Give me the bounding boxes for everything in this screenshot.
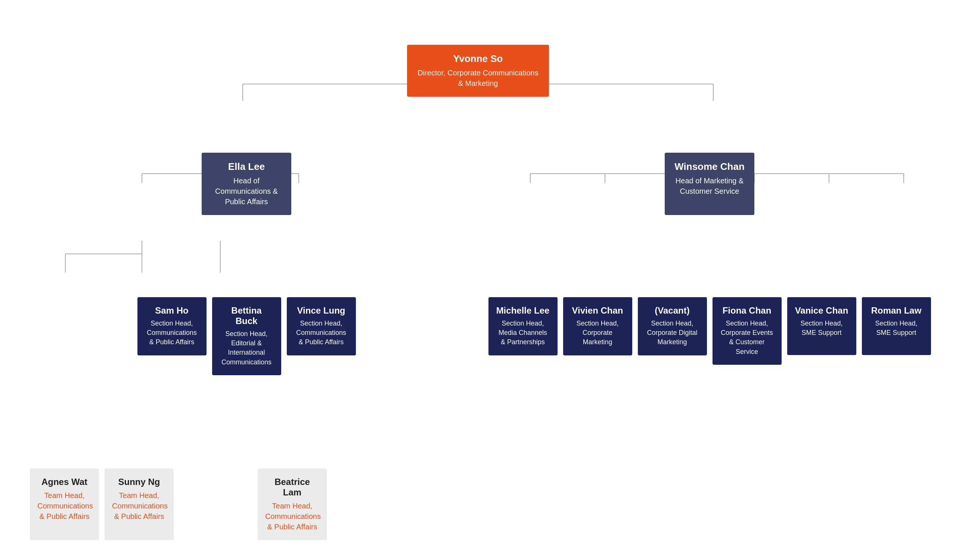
vivien-title: Section Head, Corporate Marketing (571, 319, 625, 347)
bettina-buck-node: Bettina Buck Section Head, Editorial & I… (212, 297, 281, 375)
samho-name: Sam Ho (145, 305, 199, 316)
vanice-title: Section Head, SME Support (795, 319, 849, 337)
bettina-name: Bettina Buck (220, 305, 274, 326)
bettina-title: Section Head, Editorial & International … (220, 329, 274, 367)
roman-name: Roman Law (870, 305, 923, 316)
winsome-chan-node: Winsome Chan Head of Marketing & Custome… (665, 153, 754, 215)
fiona-title: Section Head, Corporate Events & Custome… (720, 319, 774, 356)
ella-lee-node: Ella Lee Head of Communications & Public… (202, 153, 291, 215)
root-name: Yvonne So (415, 53, 541, 64)
beatrice-name: Beatrice Lam (265, 477, 319, 498)
sunny-name: Sunny Ng (112, 477, 166, 487)
michelle-lee-node: Michelle Lee Section Head, Media Channel… (489, 297, 558, 355)
vince-title: Section Head, Communications & Public Af… (294, 319, 348, 347)
roman-title: Section Head, SME Support (870, 319, 923, 337)
vivien-chan-node: Vivien Chan Section Head, Corporate Mark… (563, 297, 632, 355)
agnes-name: Agnes Wat (37, 477, 91, 487)
ella-name: Ella Lee (209, 161, 284, 173)
root-title: Director, Corporate Communications & Mar… (415, 67, 541, 88)
winsome-name: Winsome Chan (672, 161, 747, 173)
vince-lung-node: Vince Lung Section Head, Communications … (287, 297, 356, 355)
michelle-title: Section Head, Media Channels & Partnersh… (496, 319, 550, 347)
agnes-wat-node: Agnes Wat Team Head, Communications & Pu… (30, 469, 99, 540)
vacant-title: Section Head, Corporate Digital Marketin… (645, 319, 700, 347)
samho-title: Section Head, Communications & Public Af… (145, 319, 199, 347)
vanice-chan-node: Vanice Chan Section Head, SME Support (787, 297, 856, 355)
michelle-name: Michelle Lee (496, 305, 550, 316)
vanice-name: Vanice Chan (795, 305, 849, 316)
sunny-title: Team Head, Communications & Public Affai… (112, 490, 166, 522)
vacant-node: (Vacant) Section Head, Corporate Digital… (638, 297, 707, 355)
fiona-name: Fiona Chan (720, 305, 774, 316)
sunny-ng-node: Sunny Ng Team Head, Communications & Pub… (105, 469, 174, 540)
org-chart-container: Yvonne So Director, Corporate Communicat… (0, 0, 956, 309)
agnes-title: Team Head, Communications & Public Affai… (37, 490, 91, 522)
fiona-chan-node: Fiona Chan Section Head, Corporate Event… (712, 297, 781, 365)
roman-law-node: Roman Law Section Head, SME Support (862, 297, 931, 355)
beatrice-title: Team Head, Communications & Public Affai… (265, 500, 319, 532)
sam-ho-node: Sam Ho Section Head, Communications & Pu… (137, 297, 206, 355)
vince-name: Vince Lung (294, 305, 348, 316)
vacant-name: (Vacant) (645, 305, 700, 316)
ella-title: Head of Communications & Public Affairs (209, 176, 284, 207)
beatrice-lam-node: Beatrice Lam Team Head, Communications &… (258, 469, 327, 540)
winsome-title: Head of Marketing & Customer Service (672, 176, 747, 196)
vivien-name: Vivien Chan (571, 305, 625, 316)
root-node: Yvonne So Director, Corporate Communicat… (407, 45, 549, 97)
